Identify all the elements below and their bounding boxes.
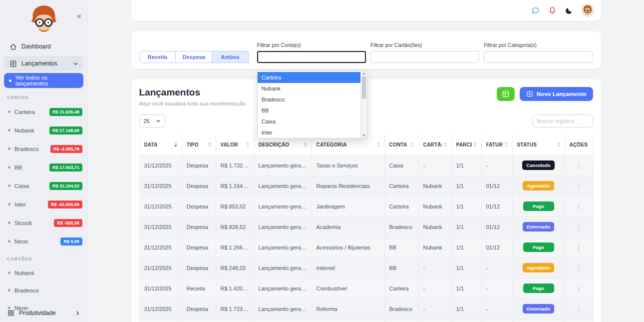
cell-cartao: Nubank [418,237,451,258]
dropdown-option[interactable]: Nubank [258,83,360,94]
status-badge: Cancelado [522,160,554,170]
dropdown-option[interactable]: Inter [258,127,360,138]
cell-valor: R$ 1.723,97 [216,298,254,319]
account-balance-badge: R$ -500,00 [54,219,82,227]
sidebar-collapse-button[interactable]: « [77,12,81,20]
transactions-table: DATA TIPO [139,134,593,322]
scroll-down-arrow-icon[interactable] [362,134,365,136]
cell-categoria: Taxas e Serviços [312,155,384,176]
type-filter-button[interactable]: Receita [139,51,176,63]
cell-data: 31/12/2025 [139,196,182,216]
avatar-illustration [26,2,62,38]
new-transaction-button[interactable]: Novo Lançamento [520,87,593,101]
column-header[interactable]: VALOR [216,134,254,155]
type-filter-button[interactable]: Ambos [212,51,249,63]
sidebar-account-item[interactable]: Carteira R$ 21.635,48 [0,102,87,121]
cell-fatura: 01/12 [481,237,512,258]
cell-descricao: Lançamento gerado [254,216,312,237]
cell-cartao: - [418,155,451,176]
app-root: « Dashboard [0,0,644,322]
column-header[interactable]: CARTÃO [418,134,451,155]
cell-fatura: - [481,278,512,298]
sidebar-account-item[interactable]: Inter R$ -42.000,00 [0,195,87,214]
sort-icon [557,142,560,147]
column-header[interactable]: AÇÕES [565,134,593,155]
cell-parcela: 1/1 [451,237,481,258]
chat-button[interactable] [531,6,540,16]
account-balance-badge: R$ 31.104,52 [49,182,82,190]
sidebar-account-item[interactable]: Bradesco R$ -4.355,79 [0,140,87,158]
cell-parcela: 1/1 [451,176,481,196]
dropdown-option[interactable]: Bradesco [258,94,360,105]
sidebar-account-item[interactable]: Caixa R$ 31.104,52 [0,176,87,195]
column-header[interactable]: CONTA [384,134,418,155]
cell-acoes: ⋮ [565,319,593,322]
card-name: Bradesco [14,288,82,294]
row-actions-button[interactable]: ⋮ [570,202,589,210]
row-actions-button[interactable]: ⋮ [570,162,589,170]
filter-cartao-label: Filtrar por Cartão(ões) [370,42,479,48]
notifications-button[interactable] [548,6,557,16]
column-header[interactable]: PARCELA [451,134,481,155]
moon-icon [565,6,574,15]
dropdown-option[interactable]: Carteira [258,72,360,83]
chevron-right-icon [75,310,80,316]
filter-cartao-input[interactable] [370,51,479,63]
export-button[interactable] [497,87,515,101]
search-input[interactable] [532,114,593,128]
cell-conta: Bradesco [384,216,418,237]
scrollbar-thumb[interactable] [362,76,366,99]
column-header[interactable]: FATURA [481,134,512,155]
column-header[interactable]: STATUS [512,134,565,155]
profile-avatar[interactable] [581,4,594,17]
filter-conta-input[interactable] [257,51,366,63]
scroll-up-arrow-icon[interactable] [362,72,365,74]
table-row: 31/12/2025 Despesa R$ 1.266,17 Lançament… [139,237,593,258]
cell-valor: R$ 248,02 [216,258,254,278]
page-size-select[interactable]: 25 [139,114,165,128]
filter-categoria-input[interactable] [484,51,593,63]
sidebar-item-produtividade[interactable]: Produtividade [0,304,87,322]
account-name: BB [14,164,45,170]
cell-tipo: Despesa [182,176,216,196]
column-header[interactable]: DATA [139,134,182,155]
cartoes-section-label: CARTÕES [0,250,87,264]
cell-tipo: Despesa [182,237,216,258]
dropdown-option[interactable]: Caixa [258,116,360,127]
sidebar-account-item[interactable]: Nubank R$ 27.148,66 [0,121,87,140]
sidebar-item-ver-todos-lancamentos[interactable]: Ver todos os lançamentos [4,73,83,88]
sidebar-account-item[interactable]: Neon R$ 0,00 [0,232,87,250]
table-row: 31/12/2025 Despesa R$ 248,02 Lançamento … [139,258,593,278]
sidebar-card-item[interactable]: Bradesco [0,282,87,299]
row-actions-button[interactable]: ⋮ [570,223,589,231]
sidebar-account-item[interactable]: Sicoob R$ -500,00 [0,214,87,232]
contas-section-label: CONTAS [0,89,87,102]
sort-icon [246,142,249,147]
dark-mode-toggle[interactable] [565,6,574,15]
dropdown-option[interactable]: BB [258,105,360,116]
sort-icon [474,142,477,147]
sidebar-item-label: Dashboard [21,43,51,50]
row-actions-button[interactable]: ⋮ [570,264,589,272]
dropdown-scrollbar[interactable] [360,71,367,138]
sidebar-item-dashboard[interactable]: Dashboard [4,39,83,54]
bullet-icon [8,184,10,187]
cell-cartao: Nubank [418,216,451,237]
row-actions-button[interactable]: ⋮ [570,284,589,292]
cell-parcela: 1/1 [451,155,481,176]
cell-fatura: - [481,155,512,176]
account-balance-badge: R$ 0,00 [60,238,82,246]
row-actions-button[interactable]: ⋮ [570,244,589,252]
sidebar-account-item[interactable]: BB R$ 17.043,71 [0,158,87,176]
cell-categoria: Internet [312,258,384,278]
type-filter-button[interactable]: Despesa [175,51,212,63]
row-actions-button[interactable]: ⋮ [570,305,589,313]
row-actions-button[interactable]: ⋮ [570,182,589,190]
cell-descricao: Lançamento gerado [254,176,312,196]
cell-valor [216,319,254,322]
sidebar-card-item[interactable]: Nubank [0,264,87,282]
account-balance-badge: R$ 27.148,66 [49,126,82,134]
sidebar-item-lancamentos[interactable]: Lançamentos [4,56,83,71]
cell-cartao [418,319,451,322]
column-header[interactable]: TIPO [182,134,216,155]
